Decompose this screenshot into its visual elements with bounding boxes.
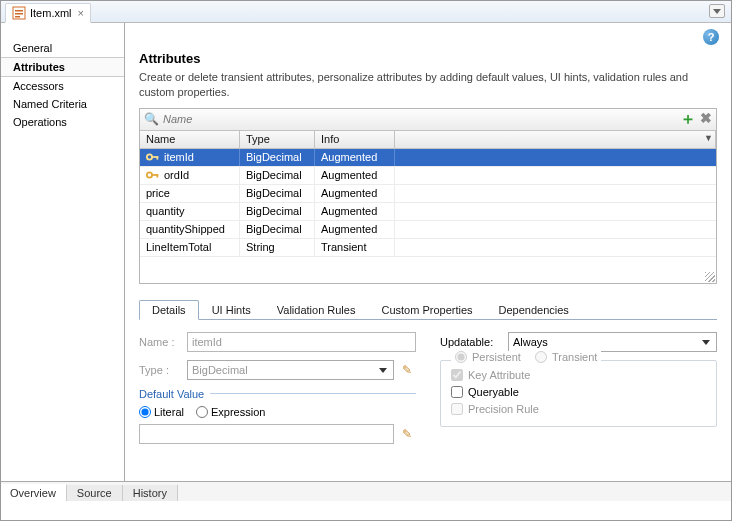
cell-type: BigDecimal <box>246 151 302 163</box>
cell-type: BigDecimal <box>246 169 302 181</box>
name-field <box>187 332 416 352</box>
detail-tab[interactable]: Custom Properties <box>368 300 485 319</box>
persistence-group: Persistent Transient Key Attribute Query… <box>440 360 717 427</box>
svg-rect-9 <box>157 174 159 178</box>
nav-sidebar: General Attributes Accessors Named Crite… <box>1 23 125 501</box>
sidebar-item-general[interactable]: General <box>1 39 124 57</box>
resize-handle[interactable] <box>705 272 715 282</box>
bottom-tabs: OverviewSourceHistory <box>0 481 731 501</box>
xml-file-icon <box>12 6 26 20</box>
default-value-label: Default Value <box>139 388 204 400</box>
transient-radio: Transient <box>535 351 597 363</box>
add-icon[interactable]: ＋ <box>680 111 696 127</box>
table-row[interactable]: LineItemTotalStringTransient <box>140 239 716 257</box>
detail-tab[interactable]: Details <box>139 300 199 320</box>
cell-info: Augmented <box>321 151 377 163</box>
type-label: Type : <box>139 364 187 376</box>
cell-type: String <box>246 241 275 253</box>
persistent-radio: Persistent <box>455 351 521 363</box>
cell-info: Augmented <box>321 223 377 235</box>
attributes-grid: 🔍 ＋ ✖ Name Type Info ▼ itemIdBigDecimalA… <box>139 108 717 284</box>
pencil-icon[interactable]: ✎ <box>398 361 416 379</box>
editor-tab-bar: Item.xml × <box>1 1 731 23</box>
search-icon: 🔍 <box>144 112 159 126</box>
updatable-combo[interactable]: Always <box>508 332 717 352</box>
col-header-type[interactable]: Type <box>240 131 315 148</box>
cell-name: itemId <box>164 151 194 163</box>
detail-tab[interactable]: UI Hints <box>199 300 264 319</box>
cell-info: Augmented <box>321 187 377 199</box>
cell-name: quantityShipped <box>146 223 225 235</box>
expression-radio[interactable]: Expression <box>196 406 265 418</box>
svg-rect-2 <box>15 13 23 15</box>
detail-tab[interactable]: Validation Rules <box>264 300 369 319</box>
chevron-down-icon[interactable]: ▼ <box>704 133 713 143</box>
pencil-icon[interactable]: ✎ <box>398 425 416 443</box>
cell-name: LineItemTotal <box>146 241 211 253</box>
sidebar-item-attributes[interactable]: Attributes <box>1 57 124 77</box>
key-attribute-checkbox: Key Attribute <box>451 369 706 381</box>
table-row[interactable]: quantityBigDecimalAugmented <box>140 203 716 221</box>
sidebar-item-operations[interactable]: Operations <box>1 113 124 131</box>
section-title: Attributes <box>139 51 717 66</box>
window-menu-button[interactable] <box>709 4 725 18</box>
cell-name: ordId <box>164 169 189 181</box>
detail-tabs: DetailsUI HintsValidation RulesCustom Pr… <box>139 298 717 320</box>
cell-info: Augmented <box>321 169 377 181</box>
file-tab[interactable]: Item.xml × <box>5 3 91 23</box>
queryable-checkbox[interactable]: Queryable <box>451 386 706 398</box>
cell-type: BigDecimal <box>246 187 302 199</box>
type-combo: BigDecimal <box>187 360 394 380</box>
precision-rule-checkbox: Precision Rule <box>451 403 706 415</box>
table-row[interactable]: itemIdBigDecimalAugmented <box>140 149 716 167</box>
col-header-spacer: ▼ <box>395 131 716 148</box>
section-description: Create or delete transient attributes, p… <box>139 70 717 100</box>
cell-info: Augmented <box>321 205 377 217</box>
table-row[interactable]: priceBigDecimalAugmented <box>140 185 716 203</box>
sidebar-item-named-criteria[interactable]: Named Criteria <box>1 95 124 113</box>
help-icon[interactable]: ? <box>703 29 719 45</box>
default-value-field[interactable] <box>139 424 394 444</box>
search-input[interactable] <box>163 113 712 125</box>
cell-info: Transient <box>321 241 366 253</box>
svg-rect-3 <box>15 16 20 18</box>
close-icon[interactable]: × <box>78 7 84 19</box>
updatable-label: Updatable: <box>440 336 508 348</box>
table-row[interactable]: ordIdBigDecimalAugmented <box>140 167 716 185</box>
key-icon <box>146 170 160 180</box>
svg-rect-6 <box>157 156 159 160</box>
sidebar-item-accessors[interactable]: Accessors <box>1 77 124 95</box>
col-header-name[interactable]: Name <box>140 131 240 148</box>
name-label: Name : <box>139 336 187 348</box>
cell-type: BigDecimal <box>246 223 302 235</box>
svg-rect-1 <box>15 10 23 12</box>
bottom-tab[interactable]: Overview <box>0 484 67 501</box>
table-row[interactable]: quantityShippedBigDecimalAugmented <box>140 221 716 239</box>
cell-name: quantity <box>146 205 185 217</box>
cell-name: price <box>146 187 170 199</box>
col-header-info[interactable]: Info <box>315 131 395 148</box>
cell-type: BigDecimal <box>246 205 302 217</box>
key-icon <box>146 152 160 162</box>
file-tab-label: Item.xml <box>30 7 72 19</box>
bottom-tab[interactable]: Source <box>67 485 123 501</box>
literal-radio[interactable]: Literal <box>139 406 184 418</box>
detail-tab[interactable]: Dependencies <box>486 300 582 319</box>
bottom-tab[interactable]: History <box>123 485 178 501</box>
delete-icon[interactable]: ✖ <box>700 111 712 127</box>
